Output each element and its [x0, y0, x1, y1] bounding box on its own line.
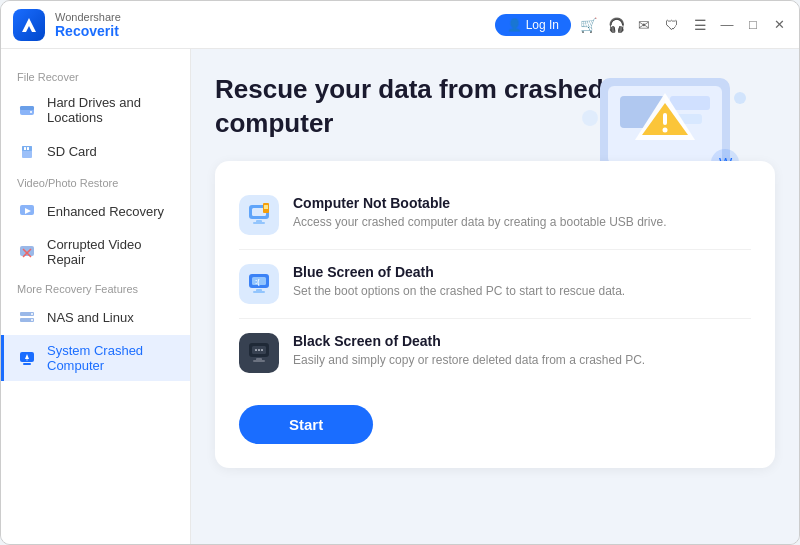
- svg-rect-42: [264, 205, 268, 209]
- black-screen-icon: [239, 333, 279, 373]
- svg-rect-24: [670, 96, 710, 110]
- start-button[interactable]: Start: [239, 405, 373, 444]
- sidebar-label-corrupted-video: Corrupted Video Repair: [47, 237, 174, 267]
- main-layout: File Recover Hard Drives and Locations: [1, 49, 799, 545]
- maximize-button[interactable]: □: [745, 17, 761, 32]
- content-area: Rescue your data from crashed computer: [191, 49, 799, 545]
- svg-marker-0: [22, 18, 36, 32]
- sidebar-item-system-crashed[interactable]: System Crashed Computer: [1, 335, 190, 381]
- sidebar-item-hard-drives[interactable]: Hard Drives and Locations: [1, 87, 190, 133]
- titlebar-right: 👤 Log In 🛒 🎧 ✉ 🛡 ☰ — □ ✕: [495, 14, 787, 36]
- blue-screen-icon: :(: [239, 264, 279, 304]
- sidebar-label-sd-card: SD Card: [47, 144, 97, 159]
- option-3-desc: Easily and simply copy or restore delete…: [293, 352, 751, 369]
- close-button[interactable]: ✕: [771, 17, 787, 32]
- option-black-screen[interactable]: Black Screen of Death Easily and simply …: [239, 319, 751, 387]
- svg-rect-54: [261, 349, 263, 351]
- svg-rect-46: [253, 291, 265, 293]
- shield-icon[interactable]: 🛡: [663, 17, 681, 33]
- svg-rect-52: [255, 349, 257, 351]
- titlebar-left: Wondershare Recoverit: [13, 9, 121, 41]
- svg-rect-51: [253, 360, 265, 362]
- svg-rect-18: [23, 363, 31, 365]
- headset-icon[interactable]: 🎧: [607, 17, 625, 33]
- nas-linux-icon: [17, 307, 37, 327]
- computer-not-bootable-icon: [239, 195, 279, 235]
- option-computer-not-bootable[interactable]: Computer Not Bootable Access your crashe…: [239, 181, 751, 250]
- option-3-text: Black Screen of Death Easily and simply …: [293, 333, 751, 369]
- titlebar: Wondershare Recoverit 👤 Log In 🛒 🎧 ✉ 🛡 ☰…: [1, 1, 799, 49]
- svg-point-35: [734, 92, 746, 104]
- app-logo: [13, 9, 45, 41]
- app-title: Recoverit: [55, 23, 121, 39]
- svg-text::(: :(: [255, 278, 260, 286]
- sidebar-item-sd-card[interactable]: SD Card: [1, 133, 190, 169]
- option-1-title: Computer Not Bootable: [293, 195, 751, 211]
- login-user-icon: 👤: [507, 18, 522, 32]
- svg-point-15: [31, 313, 33, 315]
- svg-rect-7: [27, 147, 29, 150]
- cart-icon[interactable]: 🛒: [579, 17, 597, 33]
- sidebar-label-system-crashed: System Crashed Computer: [47, 343, 174, 373]
- sidebar-item-nas-linux[interactable]: NAS and Linux: [1, 299, 190, 335]
- sd-card-icon: [17, 141, 37, 161]
- option-2-title: Blue Screen of Death: [293, 264, 751, 280]
- option-blue-screen[interactable]: :( Blue Screen of Death Set the boot opt…: [239, 250, 751, 319]
- option-2-text: Blue Screen of Death Set the boot option…: [293, 264, 751, 300]
- svg-point-16: [31, 319, 33, 321]
- system-crashed-icon: [17, 348, 37, 368]
- heading-line1: Rescue your data from crashed: [215, 74, 604, 104]
- section-more: More Recovery Features: [1, 275, 190, 299]
- option-1-desc: Access your crashed computer data by cre…: [293, 214, 751, 231]
- option-3-title: Black Screen of Death: [293, 333, 751, 349]
- svg-point-34: [582, 110, 598, 126]
- svg-rect-20: [27, 360, 28, 361]
- login-button[interactable]: 👤 Log In: [495, 14, 571, 36]
- svg-rect-2: [20, 106, 34, 110]
- app-name-block: Wondershare Recoverit: [55, 11, 121, 39]
- sidebar: File Recover Hard Drives and Locations: [1, 49, 191, 545]
- option-1-text: Computer Not Bootable Access your crashe…: [293, 195, 751, 231]
- enhanced-recovery-icon: [17, 201, 37, 221]
- svg-rect-53: [258, 349, 260, 351]
- heading-line2: computer: [215, 108, 333, 138]
- svg-point-3: [30, 111, 32, 113]
- minimize-button[interactable]: —: [719, 17, 735, 32]
- recovery-card: Computer Not Bootable Access your crashe…: [215, 161, 775, 468]
- app-brand: Wondershare: [55, 11, 121, 23]
- svg-point-29: [663, 128, 668, 133]
- sidebar-label-hard-drives: Hard Drives and Locations: [47, 95, 174, 125]
- section-file-recover: File Recover: [1, 63, 190, 87]
- svg-rect-6: [24, 147, 26, 150]
- hard-drives-icon: [17, 100, 37, 120]
- titlebar-icons: 🛒 🎧 ✉ 🛡 ☰ — □ ✕: [579, 17, 787, 33]
- svg-rect-28: [663, 113, 667, 125]
- sidebar-item-corrupted-video[interactable]: Corrupted Video Repair: [1, 229, 190, 275]
- menu-icon[interactable]: ☰: [691, 17, 709, 33]
- svg-rect-40: [253, 222, 265, 224]
- mail-icon[interactable]: ✉: [635, 17, 653, 33]
- sidebar-label-enhanced-recovery: Enhanced Recovery: [47, 204, 164, 219]
- option-2-desc: Set the boot options on the crashed PC t…: [293, 283, 751, 300]
- corrupted-video-icon: [17, 242, 37, 262]
- login-label: Log In: [526, 18, 559, 32]
- section-video-photo: Video/Photo Restore: [1, 169, 190, 193]
- sidebar-label-nas-linux: NAS and Linux: [47, 310, 134, 325]
- sidebar-item-enhanced-recovery[interactable]: Enhanced Recovery: [1, 193, 190, 229]
- svg-rect-10: [20, 246, 34, 256]
